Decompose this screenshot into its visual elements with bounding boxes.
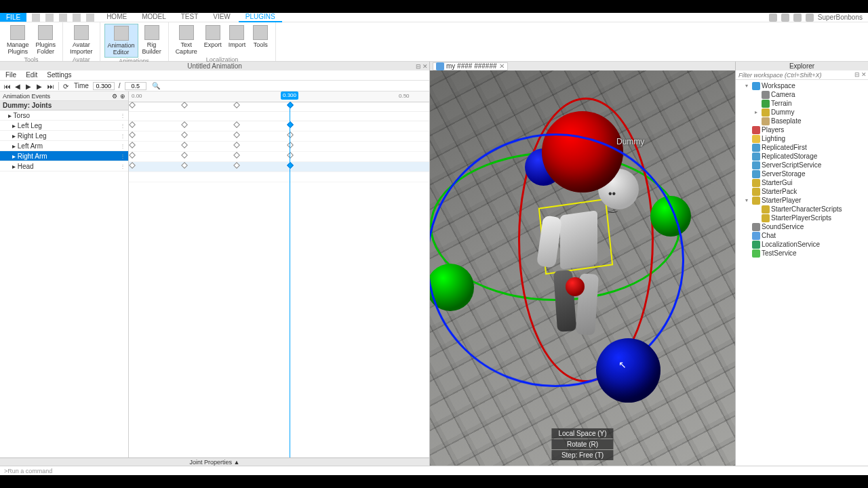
kf-lane[interactable] bbox=[129, 172, 429, 182]
tab-home[interactable]: HOME bbox=[100, 12, 134, 22]
add-event-icon[interactable]: ⊕ bbox=[120, 93, 125, 100]
keyframe[interactable] bbox=[181, 162, 188, 169]
track-left-arm[interactable]: ▸ Left Arm⋮ bbox=[0, 141, 128, 151]
kf-lane[interactable] bbox=[129, 162, 429, 172]
time-end-input[interactable] bbox=[125, 82, 146, 90]
anim-settings-menu[interactable]: Settings bbox=[47, 71, 71, 79]
avatar-icon[interactable] bbox=[806, 14, 814, 22]
keyframe[interactable] bbox=[233, 131, 240, 138]
events-lane[interactable] bbox=[129, 102, 429, 112]
tab-model[interactable]: MODEL bbox=[135, 12, 173, 22]
export-button[interactable]: Export bbox=[201, 24, 224, 56]
tools-button[interactable]: Tools bbox=[250, 24, 271, 56]
close-icon[interactable]: ✕ bbox=[422, 63, 428, 70]
manage-plugins-button[interactable]: ManagePlugins bbox=[4, 24, 32, 56]
loop-icon[interactable]: ⟳ bbox=[63, 83, 70, 89]
tab-test[interactable]: TEST bbox=[174, 12, 205, 22]
tree-item-starterplayer[interactable]: ▾StarterPlayer bbox=[736, 196, 868, 205]
gear-icon[interactable]: ⚙ bbox=[112, 93, 117, 100]
kf-lane[interactable] bbox=[129, 142, 429, 152]
dock-icon[interactable]: ⊟ bbox=[854, 70, 860, 79]
zoom-in-icon[interactable]: 🔍 bbox=[152, 82, 160, 89]
joint-properties-toggle[interactable]: Joint Properties ▲ bbox=[0, 458, 429, 466]
keyframe[interactable] bbox=[181, 121, 188, 128]
tree-item-baseplate[interactable]: Baseplate bbox=[736, 117, 868, 125]
tree-item-lighting[interactable]: Lighting bbox=[736, 134, 868, 143]
scrubber[interactable]: 0.300 bbox=[281, 92, 298, 100]
tree-item-chat[interactable]: Chat bbox=[736, 231, 868, 240]
dock-icon[interactable]: ⊟ bbox=[416, 63, 421, 70]
tree-item-dummy[interactable]: ▸Dummy bbox=[736, 108, 868, 117]
summary-keyframe[interactable] bbox=[129, 102, 136, 108]
tree-item-soundservice[interactable]: SoundService bbox=[736, 222, 868, 231]
tree-item-startercharacterscripts[interactable]: StarterCharacterScripts bbox=[736, 205, 868, 214]
summary-keyframe[interactable] bbox=[287, 102, 294, 108]
keyframe[interactable] bbox=[233, 162, 240, 169]
track-right-leg[interactable]: ▸ Right Leg⋮ bbox=[0, 131, 128, 141]
tree-item-starterplayerscripts[interactable]: StarterPlayerScripts bbox=[736, 214, 868, 222]
time-current-input[interactable] bbox=[93, 82, 115, 90]
redo-icon[interactable] bbox=[45, 14, 54, 22]
tree-item-replicatedstorage[interactable]: ReplicatedStorage bbox=[736, 152, 868, 161]
rig-builder-button[interactable]: RigBuilder bbox=[140, 24, 164, 58]
anim-file-menu[interactable]: File bbox=[5, 71, 16, 79]
keyframe[interactable] bbox=[287, 142, 294, 148]
close-tab-icon[interactable]: ✕ bbox=[499, 62, 505, 70]
kf-lane[interactable] bbox=[129, 152, 429, 162]
keyframe[interactable] bbox=[287, 152, 294, 159]
tree-item-serverstorage[interactable]: ServerStorage bbox=[736, 169, 868, 178]
keyframe[interactable] bbox=[287, 162, 294, 169]
tree-item-workspace[interactable]: ▾Workspace bbox=[736, 81, 868, 90]
tree-item-serverscriptservice[interactable]: ServerScriptService bbox=[736, 161, 868, 169]
keyframe[interactable] bbox=[233, 142, 240, 148]
keyframe[interactable] bbox=[233, 121, 240, 128]
import-button[interactable]: Import bbox=[226, 24, 249, 56]
viewport-3d[interactable]: ••‿ Dummy Local Space (Y) Rotate (R) Ste… bbox=[430, 70, 735, 466]
undo-icon[interactable] bbox=[32, 14, 40, 22]
keyframe[interactable] bbox=[129, 162, 136, 169]
tab-view[interactable]: VIEW bbox=[206, 12, 237, 22]
keyframe[interactable] bbox=[129, 121, 136, 128]
tree-item-starterpack[interactable]: StarterPack bbox=[736, 187, 868, 196]
tree-item-testservice[interactable]: TestService bbox=[736, 249, 868, 258]
kf-lane[interactable] bbox=[129, 131, 429, 142]
summary-keyframe[interactable] bbox=[181, 102, 188, 108]
animation-editor-button[interactable]: AnimationEditor bbox=[104, 24, 138, 58]
play-icon[interactable] bbox=[59, 14, 67, 22]
file-menu[interactable]: FILE bbox=[0, 13, 26, 22]
share-icon[interactable] bbox=[793, 14, 802, 22]
summary-keyframe[interactable] bbox=[233, 102, 240, 108]
keyframe[interactable] bbox=[129, 152, 136, 159]
plugins-folder-button[interactable]: PluginsFolder bbox=[33, 24, 59, 56]
avatar-importer-button[interactable]: AvatarImporter bbox=[67, 24, 96, 56]
last-frame-icon[interactable]: ⏭ bbox=[47, 83, 54, 89]
tree-item-localizationservice[interactable]: LocalizationService bbox=[736, 240, 868, 249]
keyframe[interactable] bbox=[129, 131, 136, 138]
track-left-leg[interactable]: ▸ Left Leg⋮ bbox=[0, 121, 128, 131]
keyframe[interactable] bbox=[129, 142, 136, 148]
play-anim-icon[interactable]: ▶ bbox=[26, 83, 33, 89]
keyframe[interactable] bbox=[287, 121, 294, 128]
track-head[interactable]: ▸ Head⋮ bbox=[0, 161, 128, 171]
next-frame-icon[interactable]: ▶ bbox=[37, 83, 43, 89]
text-capture-button[interactable]: TextCapture bbox=[173, 24, 200, 56]
tab-plugins[interactable]: PLUGINS bbox=[239, 12, 282, 22]
tree-item-camera[interactable]: Camera bbox=[736, 90, 868, 99]
track-right-arm[interactable]: ▸ Right Arm⋮ bbox=[0, 151, 128, 161]
kf-lane[interactable] bbox=[129, 121, 429, 131]
stop-icon[interactable] bbox=[73, 14, 81, 22]
viewport-tab[interactable]: my #### ###### ✕ bbox=[433, 62, 508, 70]
track-torso[interactable]: ▸ Torso⋮ bbox=[0, 110, 128, 121]
keyframe[interactable] bbox=[181, 142, 188, 148]
timeline-ruler[interactable]: 0.000.500.300 bbox=[129, 92, 429, 102]
select-icon[interactable] bbox=[86, 14, 94, 22]
explorer-filter-input[interactable] bbox=[736, 70, 868, 80]
keyframe[interactable] bbox=[181, 131, 188, 138]
first-frame-icon[interactable]: ⏮ bbox=[4, 83, 11, 89]
tree-item-players[interactable]: Players bbox=[736, 125, 868, 134]
keyframe[interactable] bbox=[287, 131, 294, 138]
tree-item-replicatedfirst[interactable]: ReplicatedFirst bbox=[736, 143, 868, 152]
notif-icon[interactable] bbox=[781, 14, 789, 22]
handle-z-bottom[interactable] bbox=[596, 338, 660, 403]
prev-frame-icon[interactable]: ◀ bbox=[15, 83, 22, 89]
